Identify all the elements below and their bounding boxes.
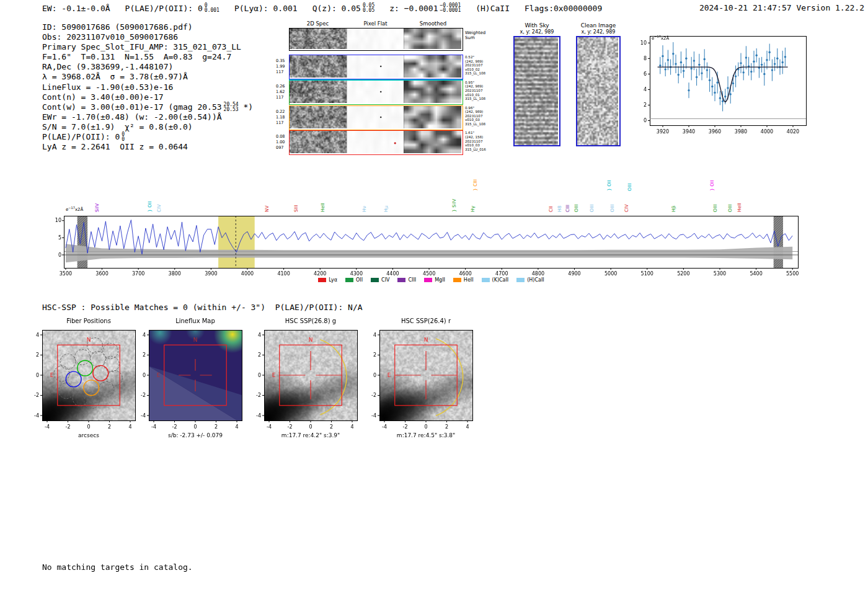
cutout-title: HSC SSP(26.8) g xyxy=(264,318,357,324)
cutout-title: HSC SSP(26.4) r xyxy=(379,318,472,324)
cutout-title: Lineflux Map xyxy=(149,318,242,324)
note-line-1: No matching targets in catalog. xyxy=(42,562,193,572)
catalog-notes: No matching targets in catalog. Row inte… xyxy=(42,543,193,591)
cutout-title: Fiber Positions xyxy=(42,318,135,324)
cutout-hsc xyxy=(363,326,489,442)
cutout-panels: Fiber PositionsLineflux MapHSC SSP(26.8)… xyxy=(0,0,868,591)
cutout-hsc xyxy=(248,326,373,442)
elixer-detection-report: EW: -0.1±-0.0Å P(LAE)/P(OII): 000.001 P(… xyxy=(0,0,868,591)
cutout-lineflux xyxy=(133,326,258,442)
